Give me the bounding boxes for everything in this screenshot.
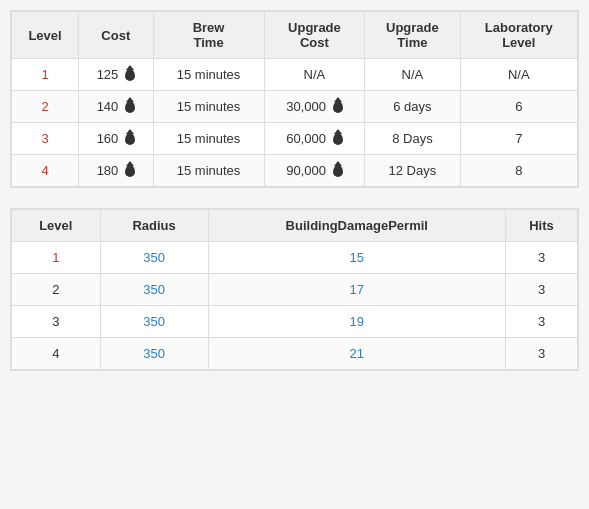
drop-icon <box>125 133 135 145</box>
col2-damage: BuildingDamagePermil <box>208 210 506 242</box>
upgrade-time-cell: 12 Days <box>365 155 460 187</box>
col-level: Level <box>12 12 79 59</box>
brew-table: Level Cost BrewTime UpgradeCost UpgradeT… <box>11 11 578 187</box>
table-row: 3160 15 minutes60,000 8 Days7 <box>12 123 578 155</box>
col-upgrade-time: UpgradeTime <box>365 12 460 59</box>
lab-level-cell: 7 <box>460 123 577 155</box>
brew-time-cell: 15 minutes <box>153 91 264 123</box>
drop-icon <box>125 69 135 81</box>
drop-icon <box>125 101 135 113</box>
cost-cell: 180 <box>79 155 153 187</box>
damage-cell: 17 <box>208 274 506 306</box>
upgrade-time-cell: 8 Days <box>365 123 460 155</box>
table2-container: Level Radius BuildingDamagePermil Hits 1… <box>10 208 579 371</box>
drop-icon <box>333 165 343 177</box>
upgrade-time-cell: 6 days <box>365 91 460 123</box>
level-cell: 1 <box>12 242 101 274</box>
level-cell: 3 <box>12 306 101 338</box>
table-row: 2140 15 minutes30,000 6 days6 <box>12 91 578 123</box>
cost-cell: 160 <box>79 123 153 155</box>
hits-cell: 3 <box>506 242 578 274</box>
col2-level: Level <box>12 210 101 242</box>
hits-cell: 3 <box>506 306 578 338</box>
brew-time-cell: 15 minutes <box>153 123 264 155</box>
level-cell: 1 <box>12 59 79 91</box>
radius-cell: 350 <box>100 338 208 370</box>
col2-hits: Hits <box>506 210 578 242</box>
upgrade-time-cell: N/A <box>365 59 460 91</box>
table-row: 1125 15 minutesN/AN/AN/A <box>12 59 578 91</box>
col-cost: Cost <box>79 12 153 59</box>
damage-cell: 21 <box>208 338 506 370</box>
level-cell: 2 <box>12 274 101 306</box>
cost-cell: 140 <box>79 91 153 123</box>
radius-cell: 350 <box>100 274 208 306</box>
table-row: 4180 15 minutes90,000 12 Days8 <box>12 155 578 187</box>
hits-cell: 3 <box>506 338 578 370</box>
brew-time-cell: 15 minutes <box>153 59 264 91</box>
table-row: 4350213 <box>12 338 578 370</box>
damage-cell: 19 <box>208 306 506 338</box>
table-row: 2350173 <box>12 274 578 306</box>
cost-cell: 125 <box>79 59 153 91</box>
upgrade-cost-cell: 60,000 <box>264 123 365 155</box>
col-lab-level: LaboratoryLevel <box>460 12 577 59</box>
upgrade-cost-cell: N/A <box>264 59 365 91</box>
brew-time-cell: 15 minutes <box>153 155 264 187</box>
lab-level-cell: N/A <box>460 59 577 91</box>
upgrade-cost-cell: 30,000 <box>264 91 365 123</box>
radius-cell: 350 <box>100 242 208 274</box>
drop-icon <box>125 165 135 177</box>
damage-cell: 15 <box>208 242 506 274</box>
col2-radius: Radius <box>100 210 208 242</box>
col-upgrade-cost: UpgradeCost <box>264 12 365 59</box>
upgrade-cost-cell: 90,000 <box>264 155 365 187</box>
drop-icon <box>333 101 343 113</box>
hits-cell: 3 <box>506 274 578 306</box>
radius-cell: 350 <box>100 306 208 338</box>
level-cell: 4 <box>12 155 79 187</box>
lab-level-cell: 6 <box>460 91 577 123</box>
level-cell: 3 <box>12 123 79 155</box>
level-cell: 4 <box>12 338 101 370</box>
table-row: 3350193 <box>12 306 578 338</box>
level-cell: 2 <box>12 91 79 123</box>
table-row: 1350153 <box>12 242 578 274</box>
lab-level-cell: 8 <box>460 155 577 187</box>
stats-table: Level Radius BuildingDamagePermil Hits 1… <box>11 209 578 370</box>
col-brew-time: BrewTime <box>153 12 264 59</box>
drop-icon <box>333 133 343 145</box>
table1-container: Level Cost BrewTime UpgradeCost UpgradeT… <box>10 10 579 188</box>
